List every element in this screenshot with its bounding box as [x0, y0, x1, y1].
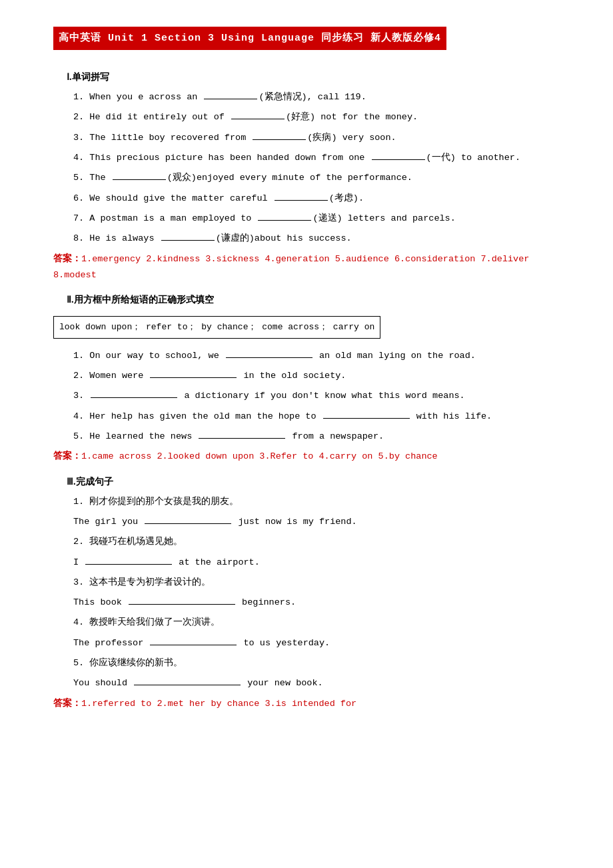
title-bar: 高中英语 Unit 1 Section 3 Using Language 同步练…: [53, 27, 573, 62]
q6-hint: (考虑).: [329, 193, 364, 203]
s3-q5-en: You should your new book.: [53, 675, 573, 691]
s2-q4-after: with his life.: [411, 411, 492, 421]
q3: 3. The little boy recovered from (疾病) ve…: [53, 130, 573, 146]
s3-q1: 1. 刚才你提到的那个女孩是我的朋友。: [53, 494, 573, 510]
q6-num: 6. We should give the matter careful: [73, 193, 273, 203]
section2-answer: 答案：1.came across 2.looked down upon 3.Re…: [53, 449, 573, 465]
q4-blank: [372, 159, 425, 160]
q5: 5. The (观众)enjoyed every minute of the p…: [53, 170, 573, 186]
s3-q2-blank: [85, 564, 172, 565]
q7: 7. A postman is a man employed to (递送) l…: [53, 211, 573, 227]
s2-q1-blank: [226, 357, 312, 358]
s2-q1-text: 1. On our way to school, we: [73, 351, 225, 361]
s3-q3-blank: [129, 604, 235, 605]
s3-q1-en-after: just now is my friend.: [233, 517, 356, 527]
q2-num: 2. He did it entirely out of: [73, 112, 230, 122]
section1-answer: 答案：1.emergency 2.kindness 3.sickness 4.g…: [53, 251, 573, 284]
s2-q5-blank: [199, 438, 285, 439]
s3-q2-en-after: at the airport.: [173, 557, 260, 567]
q4: 4. This precious picture has been handed…: [53, 150, 573, 166]
q7-num: 7. A postman is a man employed to: [73, 213, 257, 223]
q3-hint: (疾病) very soon.: [307, 133, 396, 143]
s3-q5-blank: [134, 685, 241, 685]
s2-q3-text: 3.: [73, 391, 89, 401]
s2-q4-blank: [323, 418, 410, 419]
q5-blank: [113, 179, 166, 180]
q4-hint: (一代) to another.: [426, 153, 520, 163]
section3-label: Ⅲ.完成句子: [67, 473, 573, 490]
boxed-phrases: look down upon； refer to； by chance； com…: [53, 316, 380, 338]
q1-num: 1. When you e across an: [73, 92, 203, 102]
s2-q1: 1. On our way to school, we an old man l…: [53, 348, 573, 364]
s3-q3: 3. 这本书是专为初学者设计的。: [53, 575, 573, 591]
s2-q5-text: 5. He learned the news: [73, 431, 197, 441]
s1-answer-text: 1.emergency 2.kindness 3.sickness 4.gene…: [53, 254, 529, 280]
section1: Ⅰ.单词拼写 1. When you e across an (紧急情况), c…: [53, 69, 573, 283]
s2-q4: 4. Her help has given the old man the ho…: [53, 409, 573, 425]
s2-answer-text: 1.came across 2.looked down upon 3.Refer…: [81, 451, 438, 461]
q4-num: 4. This precious picture has been handed…: [73, 153, 370, 163]
q8-hint: (谦虚的)about his success.: [216, 233, 352, 243]
s3-q3-en: This book beginners.: [53, 595, 573, 611]
q2: 2. He did it entirely out of (好意) not fo…: [53, 109, 573, 125]
s2-q5-after: from a newspaper.: [287, 431, 384, 441]
s3-q3-num: 3. 这本书是专为初学者设计的。: [73, 577, 211, 587]
q5-hint: (观众)enjoyed every minute of the performa…: [167, 173, 412, 183]
q2-hint: (好意) not for the money.: [286, 112, 418, 122]
s3-q4-num: 4. 教授昨天给我们做了一次演讲。: [73, 617, 220, 627]
s3-q2-num: 2. 我碰巧在机场遇见她。: [73, 537, 183, 547]
q5-num: 5. The: [73, 173, 111, 183]
s2-q2-text: 2. Women were: [73, 371, 149, 381]
s3-q2-en-before: I: [73, 557, 84, 567]
q7-hint: (递送) letters and parcels.: [312, 213, 455, 223]
s3-q2: 2. 我碰巧在机场遇见她。: [53, 534, 573, 550]
s3-q5-en-before: You should: [73, 678, 133, 688]
s1-answer-label: 答案：: [53, 254, 81, 264]
q6-blank: [275, 200, 328, 201]
s3-q3-en-before: This book: [73, 597, 127, 607]
s3-answer-label: 答案：: [53, 699, 81, 709]
boxed-phrases-container: look down upon； refer to； by chance； com…: [53, 312, 573, 343]
s3-q3-en-after: beginners.: [237, 597, 296, 607]
q3-blank: [253, 139, 306, 140]
s3-q5-num: 5. 你应该继续你的新书。: [73, 658, 183, 668]
s2-q2: 2. Women were in the old society.: [53, 368, 573, 384]
s2-answer-label: 答案：: [53, 451, 81, 461]
s3-q1-en: The girl you just now is my friend.: [53, 514, 573, 530]
s3-q4-en-after: to us yesterday.: [238, 638, 330, 648]
section2: Ⅱ.用方框中所给短语的正确形式填空 look down upon； refer …: [53, 291, 573, 465]
q8-blank: [161, 240, 215, 241]
section1-label: Ⅰ.单词拼写: [67, 69, 573, 85]
s2-q3-blank: [91, 397, 177, 398]
q6: 6. We should give the matter careful (考虑…: [53, 191, 573, 207]
q8: 8. He is always (谦虚的)about his success.: [53, 231, 573, 247]
page-title: 高中英语 Unit 1 Section 3 Using Language 同步练…: [53, 27, 446, 50]
q7-blank: [258, 220, 311, 221]
section3-answer: 答案：1.referred to 2.met her by chance 3.i…: [53, 696, 573, 712]
s2-q3-after: a dictionary if you don't know what this…: [179, 391, 464, 401]
s3-q1-blank: [145, 523, 231, 524]
q1-blank: [204, 99, 257, 99]
s3-q1-en-before: The girl you: [73, 517, 143, 527]
s3-q4-en-before: The professor: [73, 638, 149, 648]
s3-answer-text: 1.referred to 2.met her by chance 3.is i…: [81, 699, 356, 709]
s2-q4-text: 4. Her help has given the old man the ho…: [73, 411, 322, 421]
s3-q2-en: I at the airport.: [53, 555, 573, 571]
s3-q4: 4. 教授昨天给我们做了一次演讲。: [53, 615, 573, 631]
s3-q4-en: The professor to us yesterday.: [53, 635, 573, 651]
section3: Ⅲ.完成句子 1. 刚才你提到的那个女孩是我的朋友。 The girl you …: [53, 473, 573, 712]
s3-q4-blank: [150, 645, 237, 645]
s2-q3: 3. a dictionary if you don't know what t…: [53, 388, 573, 404]
s3-q5: 5. 你应该继续你的新书。: [53, 655, 573, 671]
q1-hint: (紧急情况), call 119.: [259, 92, 366, 102]
q1: 1. When you e across an (紧急情况), call 119…: [53, 89, 573, 105]
section2-label: Ⅱ.用方框中所给短语的正确形式填空: [67, 291, 573, 308]
q8-num: 8. He is always: [73, 233, 160, 243]
s2-q2-after: in the old society.: [238, 371, 346, 381]
q2-blank: [231, 119, 285, 119]
q3-num: 3. The little boy recovered from: [73, 133, 251, 143]
s2-q5: 5. He learned the news from a newspaper.: [53, 429, 573, 445]
s3-q5-en-after: your new book.: [242, 678, 323, 688]
s2-q1-after: an old man lying on the road.: [314, 351, 476, 361]
s2-q2-blank: [150, 377, 237, 378]
